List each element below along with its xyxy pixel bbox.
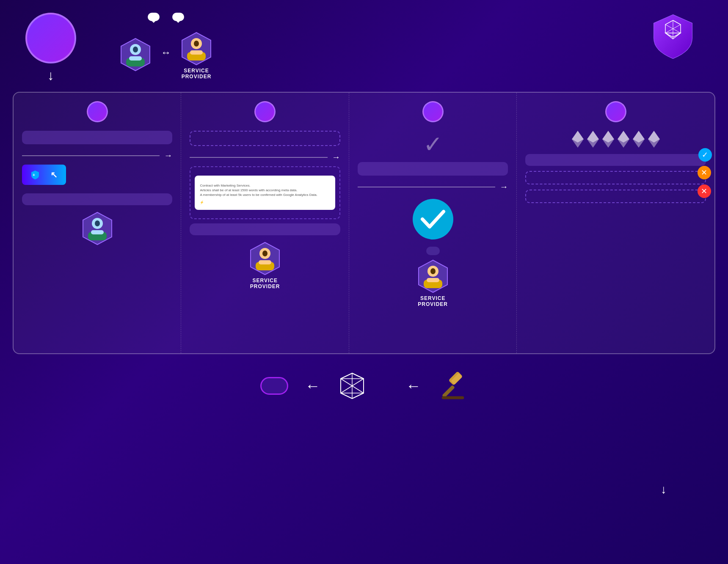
outcome-2-badge: ✕ — [698, 166, 711, 179]
svg-point-7 — [194, 41, 199, 47]
svg-rect-32 — [427, 278, 439, 282]
step-2-provider-label: SERVICE PROVIDER — [250, 278, 280, 289]
step-3-provider-hex-icon — [416, 259, 450, 293]
speech-bubble-provider — [172, 13, 184, 21]
step-2-provider-hex-icon — [248, 242, 282, 275]
step-1-column: → + ↖ — [14, 93, 181, 353]
svg-line-51 — [341, 373, 352, 379]
dispute-down-arrow: ↓ — [661, 483, 667, 496]
step-3-provider-avatar: SERVICE PROVIDER — [358, 259, 508, 307]
step-1-client-avatar — [22, 212, 172, 248]
step-1-client-hex-icon — [80, 212, 114, 245]
bottom-section: ← ← — [0, 358, 728, 413]
svg-rect-4 — [129, 56, 142, 61]
svg-rect-9 — [190, 50, 203, 55]
step3-to-step4-arrow: → — [358, 182, 508, 192]
step2-to-step3-arrow: → — [190, 152, 340, 162]
step-3-check-circle — [358, 198, 508, 240]
intro-client — [119, 38, 152, 74]
new-payment-button[interactable]: + ↖ — [22, 165, 66, 185]
step-1-number — [87, 101, 108, 122]
svg-line-53 — [341, 393, 352, 399]
contract-body: Contract with Marketing Services. Articl… — [200, 183, 330, 198]
provider-avatar-icon — [179, 32, 213, 66]
gavel-icon — [438, 371, 468, 401]
svg-line-52 — [352, 373, 364, 379]
escrow-logo — [652, 13, 703, 59]
svg-point-19 — [95, 220, 100, 226]
svg-point-27 — [413, 199, 453, 239]
client-avatar-icon — [119, 38, 152, 72]
arrow-between-characters: ↔ — [161, 47, 171, 58]
eth-icon-5 — [633, 131, 645, 148]
svg-text:+: + — [33, 173, 35, 177]
svg-rect-21 — [91, 230, 104, 234]
payment-status: ⚡ — [200, 200, 330, 205]
bottom-right-arrow: ← — [406, 377, 421, 395]
svg-point-30 — [430, 268, 436, 274]
outcome-3-box: ✕ — [525, 190, 706, 203]
eth-icon-6 — [648, 131, 660, 148]
bottom-left-arrow: ← — [305, 377, 320, 395]
provider-label-intro: SERVICE PROVIDER — [182, 68, 212, 80]
svg-rect-57 — [442, 385, 455, 398]
main-flow: → + ↖ — [13, 92, 715, 354]
speech-bubbles — [148, 13, 184, 21]
step-3-info-box — [358, 162, 508, 176]
step-1-info-box — [22, 131, 172, 144]
outcome-1-badge: ✓ — [698, 148, 712, 162]
outcome-1-box: ✓ — [525, 154, 706, 166]
speech-bubble-client — [148, 13, 160, 21]
outcome-2-box: ✕ — [525, 171, 706, 184]
step-2-number — [254, 101, 276, 122]
step-4-number — [605, 101, 626, 122]
svg-point-2 — [133, 47, 138, 52]
blue-check-icon — [412, 198, 454, 240]
start-area: ↓ — [25, 13, 76, 83]
kleros-logo — [337, 371, 372, 401]
svg-line-54 — [352, 393, 364, 399]
eth-icon-1 — [572, 131, 584, 148]
service-delivered-bubble — [426, 247, 440, 255]
contract-preview: Contract with Marketing Services. Articl… — [195, 176, 335, 210]
step-2-info-box — [190, 131, 340, 146]
step1-to-step2-arrow: → — [22, 151, 172, 160]
contract-preview-wrapper: Contract with Marketing Services. Articl… — [190, 166, 340, 219]
step-2-provider-avatar: SERVICE PROVIDER — [190, 242, 340, 289]
step-2-column: → Contract with Marketing Services. Arti… — [181, 93, 349, 353]
cursor-icon: ↖ — [50, 170, 58, 180]
svg-rect-26 — [259, 260, 271, 264]
step-3-column: ✓ → SE — [349, 93, 517, 353]
eth-icon-3 — [602, 131, 614, 148]
step-3-check-faded: ✓ — [358, 131, 508, 158]
step-4-column: ✓ ✕ ✕ — [517, 93, 714, 353]
eth-icon-4 — [618, 131, 629, 148]
eth-icons-row — [525, 131, 706, 148]
start-circle — [25, 13, 76, 63]
step-3-number — [422, 101, 444, 122]
kleros-gem-icon — [337, 371, 367, 401]
shield-logo-icon — [652, 13, 694, 59]
svg-rect-58 — [442, 396, 464, 399]
intro-characters: ↔ SERVICE PROVIDER — [119, 13, 213, 80]
svg-point-24 — [262, 250, 267, 256]
intro-characters-row: ↔ SERVICE PROVIDER — [119, 32, 213, 80]
down-arrow-start: ↓ — [47, 68, 54, 83]
new-payment-shield-icon: + — [30, 170, 40, 179]
top-section: ↓ — [0, 0, 728, 92]
step-1-speech-bottom — [22, 193, 172, 205]
outcome-3-badge: ✕ — [698, 184, 711, 198]
eth-icon-2 — [587, 131, 599, 148]
step-3-provider-label: SERVICE PROVIDER — [418, 295, 448, 307]
winner-box — [260, 377, 288, 395]
step-2-speech-bottom — [190, 223, 340, 235]
intro-provider: SERVICE PROVIDER — [179, 32, 213, 80]
